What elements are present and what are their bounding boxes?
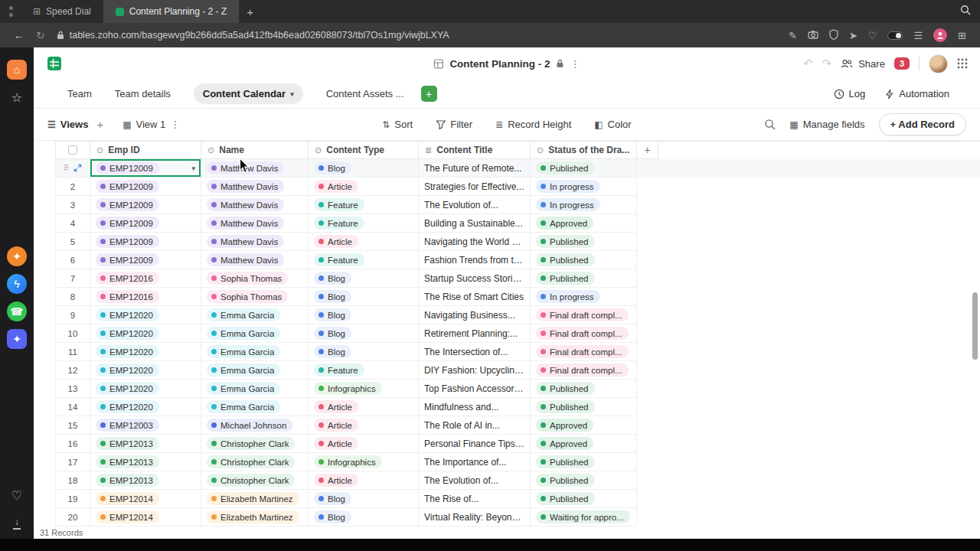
row-number-cell[interactable]: 15 ⠿ xyxy=(55,416,90,435)
status-cell[interactable]: Final draft compl... xyxy=(531,324,637,343)
expand-record-icon[interactable] xyxy=(74,164,82,172)
content-type-cell[interactable]: Article xyxy=(309,398,419,416)
sheet-tab-team[interactable]: Team xyxy=(67,88,92,99)
row-number-cell[interactable]: 17 ⠿ xyxy=(55,453,90,471)
table-row[interactable]: 5 ⠿ EMP12009 ▾ Matthew Davis Article Nav… xyxy=(55,233,980,251)
row-number-cell[interactable]: 16 ⠿ xyxy=(55,435,90,453)
content-type-cell[interactable]: Feature xyxy=(309,214,419,233)
content-title-cell[interactable]: Navigating Business... xyxy=(419,306,531,324)
table-row[interactable]: 15 ⠿ EMP12003 ▾ Michael Johnson Article … xyxy=(55,416,980,435)
table-row[interactable]: 11 ⠿ EMP12020 ▾ Emma Garcia Blog The Int… xyxy=(55,343,980,361)
url-field[interactable]: tables.zoho.com/basgewvg9b266dd5a5ad412f… xyxy=(57,30,449,41)
status-cell[interactable]: Published xyxy=(531,251,637,269)
rail-home-icon[interactable]: ⌂ xyxy=(7,60,27,80)
automation-button[interactable]: Automation xyxy=(885,88,949,99)
name-cell[interactable]: Christopher Clark xyxy=(201,453,309,471)
undo-icon[interactable]: ↶ xyxy=(803,57,813,70)
status-cell[interactable]: In progress xyxy=(531,196,637,214)
rail-whatsapp-icon[interactable]: ☎ xyxy=(7,302,27,321)
content-title-cell[interactable]: Personal Finance Tips f... xyxy=(419,435,531,453)
row-number-cell[interactable]: 14 ⠿ xyxy=(55,398,90,416)
content-title-cell[interactable]: Startup Success Stories... xyxy=(419,269,531,288)
content-title-cell[interactable]: Navigating the World of... xyxy=(419,233,531,251)
status-cell[interactable]: Published xyxy=(531,490,637,508)
add-field-button[interactable]: + xyxy=(637,142,658,159)
name-cell[interactable]: Matthew Davis xyxy=(201,178,309,196)
name-cell[interactable]: Emma Garcia xyxy=(201,361,309,380)
emp-id-cell[interactable]: EMP12009 ▾ xyxy=(90,178,201,196)
status-cell[interactable]: Approved xyxy=(531,214,637,233)
emp-id-cell[interactable]: EMP12020 ▾ xyxy=(90,324,201,343)
row-number-cell[interactable]: 2 ⠿ xyxy=(55,178,90,196)
heart-icon[interactable]: ♡ xyxy=(868,30,877,41)
name-cell[interactable]: Sophia Thomas xyxy=(201,269,309,288)
content-title-cell[interactable]: Mindfulness and... xyxy=(419,398,531,416)
zoho-tables-logo-icon[interactable] xyxy=(46,55,63,72)
sheet-tab-team-details[interactable]: Team details xyxy=(115,88,171,99)
name-cell[interactable]: Michael Johnson xyxy=(201,416,309,435)
camera-icon[interactable] xyxy=(808,30,818,41)
row-number-cell[interactable]: 8 ⠿ xyxy=(55,288,90,306)
status-cell[interactable]: In progress xyxy=(531,288,637,306)
emp-id-cell[interactable]: EMP12016 ▾ xyxy=(90,269,201,288)
emp-id-cell[interactable]: EMP12013 ▾ xyxy=(90,435,201,453)
emp-id-cell[interactable]: EMP12020 ▾ xyxy=(90,398,201,416)
emp-id-cell[interactable]: EMP12014 ▾ xyxy=(90,508,201,527)
content-title-cell[interactable]: The Future of Remote... xyxy=(419,159,531,178)
emp-id-cell[interactable]: EMP12009 ▾ xyxy=(90,251,201,269)
views-button[interactable]: ☰ Views xyxy=(47,119,88,130)
send-icon[interactable]: ➤ xyxy=(849,30,858,41)
content-type-cell[interactable]: Article xyxy=(309,435,419,453)
content-type-cell[interactable]: Blog xyxy=(309,343,419,361)
emp-id-cell[interactable]: EMP12013 ▾ xyxy=(90,453,201,471)
profile-icon[interactable] xyxy=(933,28,947,42)
name-cell[interactable]: Christopher Clark xyxy=(201,435,309,453)
dark-mode-toggle-icon[interactable] xyxy=(887,31,903,40)
row-number-cell[interactable]: 7 ⠿ xyxy=(55,269,90,288)
search-icon[interactable] xyxy=(764,119,776,130)
content-title-cell[interactable]: Building a Sustainable... xyxy=(419,214,531,233)
new-tab-button[interactable]: + xyxy=(247,5,253,18)
table-row[interactable]: 1 ⠿ EMP12009 ▾ Matthew Davis Blog The Fu… xyxy=(55,159,980,178)
content-title-cell[interactable]: The Importance of... xyxy=(419,453,531,471)
row-number-cell[interactable]: 1 ⠿ xyxy=(55,159,90,178)
table-row[interactable]: 4 ⠿ EMP12009 ▾ Matthew Davis Feature Bui… xyxy=(55,214,980,233)
title-more-options-icon[interactable]: ⋮ xyxy=(570,58,580,70)
status-cell[interactable]: Published xyxy=(531,398,637,416)
column-header-content-title[interactable]: ≣Content Title xyxy=(419,142,531,159)
sheet-tab-content-assets[interactable]: Content Assets ... xyxy=(326,88,404,99)
row-number-cell[interactable]: 9 ⠿ xyxy=(55,306,90,324)
content-type-cell[interactable]: Blog xyxy=(309,324,419,343)
table-row[interactable]: 6 ⠿ EMP12009 ▾ Matthew Davis Feature Fas… xyxy=(55,251,980,269)
drag-handle-icon[interactable]: ⠿ xyxy=(64,164,70,172)
row-number-cell[interactable]: 18 ⠿ xyxy=(55,471,90,490)
table-row[interactable]: 10 ⠿ EMP12020 ▾ Emma Garcia Blog Retirem… xyxy=(55,324,980,343)
name-cell[interactable]: Elizabeth Martinez xyxy=(201,508,309,527)
status-cell[interactable]: Published xyxy=(531,233,637,251)
status-cell[interactable]: Published xyxy=(531,453,637,471)
add-record-button[interactable]: + Add Record xyxy=(879,113,966,135)
status-cell[interactable]: Approved xyxy=(531,435,637,453)
table-row[interactable]: 8 ⠿ EMP12016 ▾ Sophia Thomas Blog The Ri… xyxy=(55,288,980,306)
content-title-cell[interactable]: The Evolution of... xyxy=(419,196,531,214)
name-cell[interactable]: Matthew Davis xyxy=(201,251,309,269)
content-type-cell[interactable]: Infographics xyxy=(309,380,419,398)
name-cell[interactable]: Christopher Clark xyxy=(201,471,309,490)
name-cell[interactable]: Emma Garcia xyxy=(201,324,309,343)
name-cell[interactable]: Matthew Davis xyxy=(201,196,309,214)
row-number-cell[interactable]: 12 ⠿ xyxy=(55,361,90,380)
table-row[interactable]: 17 ⠿ EMP12013 ▾ Christopher Clark Infogr… xyxy=(55,453,980,471)
row-number-cell[interactable]: 20 ⠿ xyxy=(55,508,90,527)
redo-icon[interactable]: ↷ xyxy=(822,57,832,70)
content-type-cell[interactable]: Blog xyxy=(309,288,419,306)
vertical-scrollbar[interactable] xyxy=(972,292,978,360)
content-title-cell[interactable]: Retirement Planning:... xyxy=(419,324,531,343)
content-title-cell[interactable]: The Role of AI in... xyxy=(419,416,531,435)
row-number-cell[interactable]: 13 ⠿ xyxy=(55,380,90,398)
name-cell[interactable]: Sophia Thomas xyxy=(201,288,309,306)
column-header-status[interactable]: ⊙Status of the Dra... xyxy=(531,142,637,159)
status-cell[interactable]: Published xyxy=(531,159,637,178)
content-type-cell[interactable]: Blog xyxy=(309,508,419,527)
row-number-cell[interactable]: 19 ⠿ xyxy=(55,490,90,508)
table-row[interactable]: 20 ⠿ EMP12014 ▾ Elizabeth Martinez Blog … xyxy=(55,508,980,527)
